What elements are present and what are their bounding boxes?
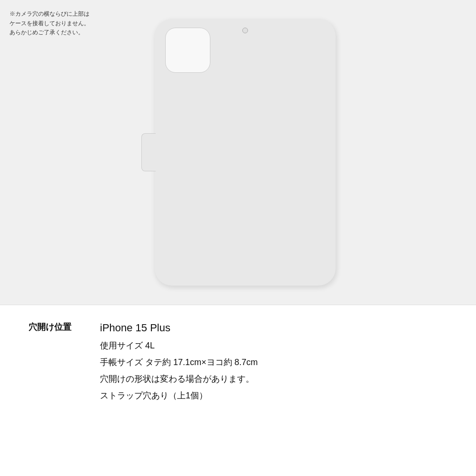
shape-note: 穴開けの形状は変わる場合があります。 bbox=[100, 372, 258, 386]
info-label: 穴開け位置 bbox=[29, 319, 86, 333]
warning-note: ※カメラ穴の横ならびに上部は ケースを接着しておりません。 あらかじめご了承くだ… bbox=[10, 10, 89, 38]
size-label: 使用サイズ 4L bbox=[100, 339, 258, 353]
snap-hole bbox=[242, 28, 248, 33]
strap-info: ストラップ穴あり（上1個） bbox=[100, 389, 258, 403]
phone-case bbox=[155, 19, 336, 286]
warning-line-3: あらかじめご了承ください。 bbox=[10, 30, 84, 35]
side-tab bbox=[141, 133, 156, 171]
info-section: 穴開け位置 iPhone 15 Plus 使用サイズ 4L 手帳サイズ タテ約 … bbox=[0, 305, 476, 476]
warning-line-2: ケースを接着しておりません。 bbox=[10, 20, 89, 26]
page-container: ※カメラ穴の横ならびに上部は ケースを接着しておりません。 あらかじめご了承くだ… bbox=[0, 0, 476, 476]
camera-cutout bbox=[165, 28, 210, 73]
warning-line-1: ※カメラ穴の横ならびに上部は bbox=[10, 11, 89, 17]
info-details: iPhone 15 Plus 使用サイズ 4L 手帳サイズ タテ約 17.1cm… bbox=[100, 319, 258, 402]
model-name: iPhone 15 Plus bbox=[100, 319, 258, 336]
case-area: ※カメラ穴の横ならびに上部は ケースを接着しておりません。 あらかじめご了承くだ… bbox=[0, 0, 476, 305]
dimensions: 手帳サイズ タテ約 17.1cm×ヨコ約 8.7cm bbox=[100, 356, 258, 369]
